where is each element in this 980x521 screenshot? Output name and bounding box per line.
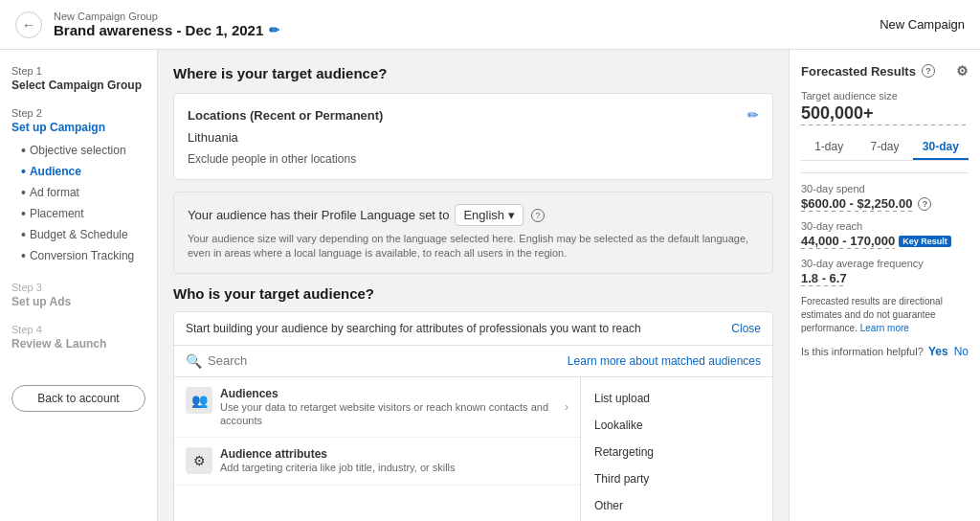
bullet-icon: • — [21, 206, 26, 221]
step1-block: Step 1 Select Campaign Group — [11, 65, 145, 92]
tab-7day[interactable]: 7-day — [857, 135, 912, 160]
sub-item-lookalike[interactable]: Lookalike — [581, 412, 772, 439]
sub-item-retargeting[interactable]: Retargeting — [581, 439, 772, 465]
audience-search-text: Start building your audience by searchin… — [186, 322, 641, 335]
language-prefix: Your audience has their Profile Language… — [188, 208, 449, 222]
learn-more-audiences-link[interactable]: Learn more about matched audiences — [568, 354, 761, 368]
helpful-yes-button[interactable]: Yes — [928, 345, 948, 358]
step2-label: Step 2 — [11, 107, 145, 119]
bullet-icon: • — [21, 185, 26, 200]
bullet-icon: • — [21, 227, 26, 242]
cat-audiences-desc: Use your data to retarget website visito… — [220, 400, 565, 428]
close-audience-search-button[interactable]: Close — [731, 322, 761, 335]
sidebar-item-label: Audience — [30, 165, 81, 178]
language-note: Your audience size will vary depending o… — [188, 232, 759, 261]
topbar: ← New Campaign Group Brand awareness - D… — [0, 0, 980, 50]
step4-label: Step 4 — [11, 324, 145, 335]
where-title: Where is your target audience? — [173, 65, 773, 81]
sub-item-third-party[interactable]: Third party — [581, 465, 772, 492]
bullet-icon: • — [21, 248, 26, 263]
audience-sub-items: List upload Lookalike Retargeting Third … — [581, 377, 772, 521]
edit-location-button[interactable]: ✏ — [747, 107, 759, 123]
audience-size-value: 500,000+ — [801, 103, 969, 124]
helpful-text: Is this information helpful? — [801, 346, 924, 357]
audience-list: 👥 Audiences Use your data to retarget we… — [174, 377, 772, 521]
step4-title: Review & Launch — [11, 337, 145, 351]
step1-label: Step 1 — [11, 65, 145, 77]
attributes-icon: ⚙ — [186, 447, 212, 474]
topbar-titles: New Campaign Group Brand awareness - Dec… — [54, 11, 279, 38]
language-select[interactable]: English ▾ — [455, 204, 523, 226]
back-button[interactable]: ← — [15, 11, 42, 38]
audience-search-card: Start building your audience by searchin… — [173, 311, 773, 521]
audiences-icon: 👥 — [186, 387, 212, 414]
key-result-badge: Key Result — [899, 236, 951, 247]
spend-info-icon[interactable]: ? — [918, 197, 931, 211]
sub-item-list-upload[interactable]: List upload — [581, 385, 772, 412]
chevron-right-icon: › — [565, 400, 568, 414]
sidebar-item-label: Budget & Schedule — [30, 228, 128, 241]
step1-title: Select Campaign Group — [11, 79, 145, 92]
reach-value: 44,000 - 170,000 Key Result — [801, 234, 969, 248]
step3-label: Step 3 — [11, 282, 145, 293]
language-row: Your audience has their Profile Language… — [188, 204, 759, 226]
helpful-no-button[interactable]: No — [954, 345, 969, 358]
location-header: Locations (Recent or Permanent) ✏ — [188, 107, 759, 123]
category-attributes[interactable]: ⚙ Audience attributes Add targeting crit… — [174, 438, 580, 485]
sidebar-item-objective[interactable]: • Objective selection — [11, 140, 145, 161]
tab-30day[interactable]: 30-day — [913, 135, 969, 160]
forecasted-info-icon[interactable]: ? — [922, 64, 935, 78]
edit-title-icon[interactable]: ✏ — [269, 23, 279, 37]
helpful-row: Is this information helpful? Yes No — [801, 345, 969, 358]
main-content: Where is your target audience? Locations… — [158, 50, 789, 521]
sidebar-item-budget[interactable]: • Budget & Schedule — [11, 224, 145, 245]
frequency-value: 1.8 - 6.7 — [801, 271, 969, 285]
main-layout: Step 1 Select Campaign Group Step 2 Set … — [0, 50, 980, 521]
frequency-label: 30-day average frequency — [801, 258, 969, 269]
forecast-note: Forecasted results are directional estim… — [801, 295, 969, 335]
back-to-account-button[interactable]: Back to account — [11, 385, 145, 412]
gear-icon[interactable]: ⚙ — [956, 63, 969, 79]
new-campaign-label: New Campaign — [880, 17, 965, 32]
language-value: English — [463, 208, 504, 222]
cat-audiences-name: Audiences — [220, 387, 565, 400]
language-info-icon[interactable]: ? — [531, 209, 545, 222]
audience-size-label: Target audience size — [801, 90, 969, 102]
divider — [801, 172, 969, 173]
right-panel: Forecasted Results ? ⚙ Target audience s… — [789, 50, 980, 521]
chevron-down-icon: ▾ — [508, 208, 515, 222]
step4-block: Step 4 Review & Launch — [11, 324, 145, 351]
sidebar-item-label: Ad format — [30, 186, 79, 199]
sidebar-item-audience[interactable]: • Audience — [11, 161, 145, 182]
sidebar-item-label: Conversion Tracking — [30, 249, 134, 262]
tab-1day[interactable]: 1-day — [801, 135, 857, 160]
sidebar-item-conversion[interactable]: • Conversion Tracking — [11, 245, 145, 266]
sidebar-item-placement[interactable]: • Placement — [11, 203, 145, 224]
language-card: Your audience has their Profile Language… — [173, 192, 773, 274]
step2-block: Step 2 Set up Campaign • Objective selec… — [11, 107, 145, 266]
exclude-location[interactable]: Exclude people in other locations — [188, 152, 759, 166]
category-audiences[interactable]: 👥 Audiences Use your data to retarget we… — [174, 377, 580, 439]
spend-value: $600.00 - $2,250.00 ? — [801, 196, 969, 211]
who-title: Who is your target audience? — [173, 285, 773, 302]
audience-search-input[interactable] — [208, 353, 562, 368]
day-tabs: 1-day 7-day 30-day — [801, 135, 969, 161]
cat-attributes-name: Audience attributes — [220, 447, 456, 461]
audience-categories: 👥 Audiences Use your data to retarget we… — [174, 377, 581, 521]
sub-item-other[interactable]: Other — [581, 492, 772, 519]
location-label: Locations (Recent or Permanent) — [188, 108, 383, 123]
search-row: 🔍 Learn more about matched audiences — [174, 346, 772, 377]
forecast-learn-more-link[interactable]: Learn more — [860, 323, 909, 333]
location-card: Locations (Recent or Permanent) ✏ Lithua… — [173, 93, 773, 180]
topbar-left: ← New Campaign Group Brand awareness - D… — [15, 11, 279, 38]
bullet-icon: • — [21, 143, 26, 158]
location-value: Lithuania — [188, 130, 759, 145]
sidebar: Step 1 Select Campaign Group Step 2 Set … — [0, 50, 158, 521]
panel-title: Forecasted Results ? ⚙ — [801, 63, 969, 79]
campaign-group-label: New Campaign Group — [54, 11, 279, 22]
cat-attributes-desc: Add targeting criteria like job title, i… — [220, 461, 456, 474]
reach-label: 30-day reach — [801, 220, 969, 232]
sidebar-item-label: Placement — [30, 207, 84, 220]
helpful-buttons: Yes No — [928, 345, 969, 358]
sidebar-item-adformat[interactable]: • Ad format — [11, 182, 145, 203]
